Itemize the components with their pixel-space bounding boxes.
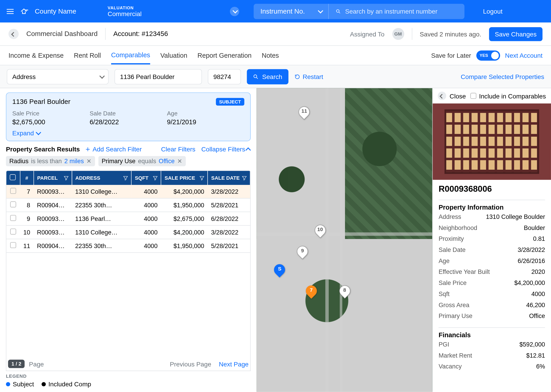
filter-chip[interactable]: Radius is less than 2 miles ✕ [6,156,95,166]
column-header[interactable]: ADDRESS [72,171,131,185]
header-search-input[interactable] [345,8,458,15]
detail-row: Proximity0.81 [438,233,545,245]
table-row[interactable]: 9 R00093… 1136 Pearl… 4000 $2,675,000 6/… [6,212,250,225]
collapse-filters-link[interactable]: Collapse Filters [201,146,251,153]
save-changes-button[interactable]: Save Changes [489,27,543,41]
column-header[interactable]: PARCEL [34,171,72,185]
map-pin[interactable]: 7 [306,286,317,300]
expand-link[interactable]: Expand [12,129,244,136]
menu-icon[interactable] [6,7,14,15]
close-icon[interactable]: ✕ [177,158,182,165]
column-header[interactable]: SALE DATE [208,171,250,185]
table-row[interactable]: 11 R00904… 22355 30th… 4000 $1,950,000 5… [6,239,250,252]
valuation-selector[interactable]: VALUATION Commercial [91,5,142,17]
search-type-select[interactable]: Instrument No. [254,4,329,19]
county-name[interactable]: County Name [35,7,85,15]
add-filter-link[interactable]: Add Search Filter [85,146,142,153]
map-pin[interactable]: S [274,264,285,279]
filter-chips: Radius is less than 2 miles ✕Primary Use… [6,156,251,166]
dropdown-icon[interactable] [230,7,239,16]
column-header[interactable]: SQFT [131,171,161,185]
column-header[interactable]: SALE PRICE [161,171,208,185]
address-input-wrap [114,69,202,84]
map-pin[interactable]: 9 [297,246,308,260]
tab-rent-roll[interactable]: Rent Roll [74,47,101,63]
include-checkbox[interactable]: Include in Comparables [471,92,546,100]
row-checkbox[interactable] [10,229,16,234]
save-later-toggle[interactable]: YES [476,50,500,60]
logout-link[interactable]: Logout [483,8,502,15]
breadcrumb[interactable]: Commercial Dashboard [26,30,98,38]
close-label[interactable]: Close [450,92,466,100]
close-icon[interactable]: ✕ [86,158,92,165]
page-pill: 1 / 2 [8,360,25,368]
tab-valuation[interactable]: Valuation [160,47,187,63]
restart-icon [294,74,300,79]
saved-status: Saved 2 minutes ago. [420,30,481,38]
section-financials: Financials [438,327,545,339]
dot-icon [6,382,10,386]
detail-row: Sqft4000 [438,288,545,300]
search-toolbar: Address Search Restart Compare Selected … [0,65,551,88]
filter-icon[interactable] [199,175,205,181]
map-pin[interactable]: 10 [315,225,326,239]
avatar[interactable]: GM [392,28,404,40]
include-label: Include in Comparables [479,92,546,100]
collapse-filters-label: Collapse Filters [201,146,245,153]
map-pin[interactable]: 11 [299,106,310,121]
search-type-label: Instrument No. [260,7,305,15]
restart-link[interactable]: Restart [294,73,323,80]
map-pin[interactable]: 8 [339,286,350,300]
filter-icon[interactable] [241,175,247,181]
chevron-down-icon [318,7,321,15]
next-page-link[interactable]: Next Page [219,360,248,368]
clear-filters-link[interactable]: Clear Filters [161,146,196,153]
row-checkbox[interactable] [10,242,16,248]
zip-input[interactable] [213,73,235,80]
detail-row: Address1310 College Boulder [438,211,545,222]
brand-icon [20,7,29,15]
search-field-label: Address [12,73,35,80]
map[interactable]: 11109S78 [257,88,432,392]
tab-income-expense[interactable]: Income & Expense [8,47,64,63]
filter-icon[interactable] [63,175,69,181]
dot-icon [42,382,46,386]
column-header[interactable]: # [20,171,34,185]
left-panel: 1136 Pearl Boulder SUBJECT Sale Price Sa… [0,88,257,392]
tab-notes[interactable]: Notes [262,47,279,63]
filter-icon[interactable] [152,175,158,181]
row-checkbox[interactable] [10,202,16,207]
row-checkbox[interactable] [10,188,16,194]
close-panel-button[interactable] [438,92,446,100]
tab-report-generation[interactable]: Report Generation [198,47,252,63]
toggle-knob [491,52,499,59]
row-checkbox[interactable] [10,215,16,221]
select-all-checkbox[interactable] [10,174,16,180]
tab-comparables[interactable]: Comparables [111,47,150,64]
sub-header: Commercial Dashboard Account: #123456 As… [0,22,551,46]
subject-date-value: 6/28/2022 [90,118,167,126]
subject-date-label: Sale Date [90,110,167,117]
detail-row: Sale Price$4,200,000 [438,277,545,288]
table-row[interactable]: 7 R00093… 1310 College… 4000 $4,200,000 … [6,185,250,198]
subject-price-value: $2,675,000 [12,118,90,126]
section-property-info: Property Information [438,200,545,211]
chevron-up-icon [247,146,251,153]
table-row[interactable]: 8 R00904… 22355 30th… 4000 $1,950,000 5/… [6,198,250,212]
filter-icon[interactable] [122,175,128,181]
search-field-select[interactable]: Address [7,69,109,84]
detail-row: PGI$592,000 [438,339,545,350]
save-for-later-label: Save for Later [431,52,471,59]
detail-row: Sale Date3/28/2022 [438,244,545,255]
compare-selected-link[interactable]: Compare Selected Properties [461,73,544,80]
results-table: #PARCELADDRESSSQFTSALE PRICESALE DATE 7 … [6,171,250,253]
add-filter-label: Add Search Filter [92,146,142,153]
next-account-link[interactable]: Next Account [505,52,543,59]
table-row[interactable]: 10 R00093… 1310 College… 4000 $4,200,000… [6,225,250,239]
prev-page-link[interactable]: Previous Page [170,360,211,368]
back-button[interactable] [8,29,19,39]
search-button[interactable]: Search [247,69,288,84]
detail-panel: Close Include in Comparables R0009368006… [432,88,551,392]
address-input[interactable] [120,73,196,80]
filter-chip[interactable]: Primary Use equals Office ✕ [98,156,186,166]
